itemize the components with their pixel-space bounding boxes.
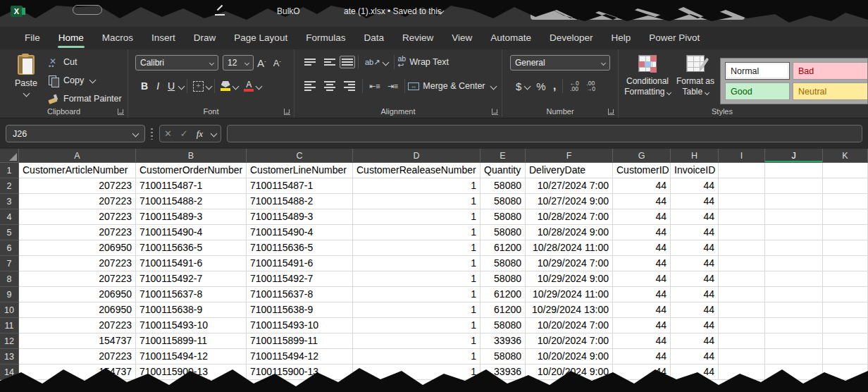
cell-D5[interactable]: 1 [353, 225, 480, 240]
ribbon-tab-macros[interactable]: Macros [93, 28, 142, 49]
cell-C7[interactable]: 7100115491-6 [247, 256, 353, 271]
row-header-4[interactable]: 4 [0, 209, 19, 225]
column-header-f[interactable]: F [526, 149, 613, 163]
cell-H8[interactable]: 44 [671, 271, 719, 287]
column-header-c[interactable]: C [247, 149, 353, 163]
cell-D4[interactable]: 1 [353, 209, 480, 225]
conditional-formatting-button[interactable]: Conditional Formatting [624, 55, 671, 97]
cell-B4[interactable]: 7100115489-3 [136, 209, 247, 225]
cell-B5[interactable]: 7100115490-4 [136, 225, 247, 240]
cell-B2[interactable]: 7100115487-1 [136, 178, 247, 194]
cell-I12[interactable] [719, 333, 765, 349]
ribbon-tab-draw[interactable]: Draw [185, 28, 225, 49]
cell-I14[interactable] [719, 365, 765, 380]
cell-H6[interactable]: 44 [671, 240, 719, 256]
cell-C9[interactable]: 7100115637-8 [247, 287, 353, 302]
format-as-table-button[interactable]: Format as Table [674, 55, 717, 97]
fx-chevron-down-icon[interactable] [211, 130, 218, 137]
cell-J5[interactable] [765, 225, 823, 240]
cell-B13[interactable]: 7100115494-12 [136, 349, 247, 365]
cell-H13[interactable]: 44 [671, 349, 719, 365]
cell-E13[interactable]: 58080 [480, 349, 526, 365]
cell-C11[interactable]: 7100115493-10 [247, 318, 353, 333]
cell-K13[interactable] [823, 349, 868, 365]
cell-D1[interactable]: CustomerRealeaseNumber [353, 163, 480, 178]
comma-style-button[interactable]: , [553, 79, 557, 93]
cell-F11[interactable]: 10/20/2024 7:00 [526, 318, 613, 333]
cell-F1[interactable]: DeliveryDate [526, 163, 613, 178]
select-all-button[interactable] [0, 149, 19, 163]
row-header-7[interactable]: 7 [0, 256, 19, 271]
enter-icon[interactable]: ✓ [180, 128, 188, 139]
cell-G3[interactable]: 44 [613, 194, 671, 209]
paste-button[interactable]: Paste [10, 55, 42, 109]
cell-F6[interactable]: 10/28/2024 11:00 [526, 240, 613, 256]
cell-D12[interactable]: 1 [353, 333, 480, 349]
cell-F5[interactable]: 10/28/2024 9:00 [526, 225, 613, 240]
cell-K8[interactable] [823, 271, 868, 287]
cell-J1[interactable] [765, 163, 823, 178]
cell-E8[interactable]: 58080 [480, 271, 526, 287]
insert-function-icon[interactable]: fx [197, 128, 203, 140]
cell-J13[interactable] [765, 349, 823, 365]
cell-B1[interactable]: CustomerOrderNumber [136, 163, 247, 178]
font-color-button[interactable]: A [244, 81, 254, 92]
orientation-chevron-down-icon[interactable] [383, 59, 390, 66]
cell-A6[interactable]: 206950 [19, 240, 136, 256]
cell-J3[interactable] [765, 194, 823, 209]
cell-H4[interactable]: 44 [671, 209, 719, 225]
top-align-button[interactable] [304, 59, 316, 66]
cell-F8[interactable]: 10/29/2024 9:00 [526, 271, 613, 287]
search-box[interactable] [531, 4, 745, 20]
cell-G10[interactable]: 44 [613, 302, 671, 318]
cell-B11[interactable]: 7100115493-10 [136, 318, 247, 333]
ribbon-tab-view[interactable]: View [442, 28, 481, 49]
cell-C8[interactable]: 7100115492-7 [247, 271, 353, 287]
font-name-combobox[interactable]: Calibri [135, 55, 218, 71]
row-header-5[interactable]: 5 [0, 225, 19, 240]
paste-chevron-down-icon[interactable] [23, 90, 30, 97]
column-header-a[interactable]: A [19, 149, 136, 163]
cell-J10[interactable] [765, 302, 823, 318]
cell-B10[interactable]: 7100115638-9 [136, 302, 247, 318]
cell-F4[interactable]: 10/28/2024 7:00 [526, 209, 613, 225]
cell-A7[interactable]: 207223 [19, 256, 136, 271]
cell-F14[interactable]: 10/20/2024 9:00 [526, 365, 613, 380]
cell-D7[interactable]: 1 [353, 256, 480, 271]
cell-K1[interactable] [823, 163, 868, 178]
cell-I10[interactable] [719, 302, 765, 318]
cell-H7[interactable]: 44 [671, 256, 719, 271]
cell-G5[interactable]: 44 [613, 225, 671, 240]
name-box[interactable]: J26 [6, 125, 145, 142]
cell-I2[interactable] [719, 178, 765, 194]
ribbon-tab-data[interactable]: Data [354, 28, 393, 49]
ribbon-tab-help[interactable]: Help [602, 28, 640, 49]
cell-K2[interactable] [823, 178, 868, 194]
cell-G2[interactable]: 44 [613, 178, 671, 194]
cell-J9[interactable] [765, 287, 823, 302]
increase-indent-button[interactable]: ⇥≡ [388, 82, 399, 91]
middle-align-button[interactable] [324, 59, 335, 66]
decrease-decimal-button[interactable]: .00→0 [586, 80, 595, 92]
cell-A3[interactable]: 207223 [19, 194, 136, 209]
ribbon-tab-developer[interactable]: Developer [540, 28, 602, 49]
cell-E12[interactable]: 33936 [480, 333, 526, 349]
font-color-chevron-down-icon[interactable] [256, 82, 263, 90]
ribbon-tab-review[interactable]: Review [393, 28, 442, 49]
italic-button[interactable]: I [156, 80, 159, 92]
accounting-chevron-down-icon[interactable] [524, 82, 531, 90]
copy-chevron-down-icon[interactable] [89, 77, 97, 84]
cell-E9[interactable]: 61200 [480, 287, 526, 302]
row-header-10[interactable]: 10 [0, 302, 19, 318]
grow-font-button[interactable]: Aˆ [257, 57, 266, 69]
column-header-d[interactable]: D [353, 149, 480, 163]
cell-J8[interactable] [765, 271, 823, 287]
underline-chevron-down-icon[interactable] [178, 82, 185, 90]
cell-A8[interactable]: 207223 [19, 271, 136, 287]
cell-H10[interactable]: 44 [671, 302, 719, 318]
cell-D6[interactable]: 1 [353, 240, 480, 256]
cell-A5[interactable]: 207223 [19, 225, 136, 240]
cell-A14[interactable]: 154737 [19, 365, 136, 380]
cell-H3[interactable]: 44 [671, 194, 719, 209]
column-header-h[interactable]: H [671, 149, 719, 163]
